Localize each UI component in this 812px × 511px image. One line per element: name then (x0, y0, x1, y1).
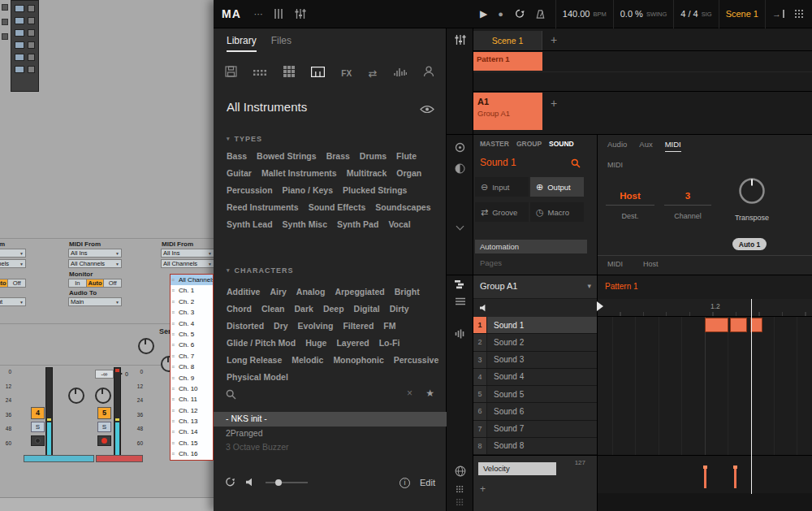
character-filter-tag[interactable]: Clean (261, 305, 285, 314)
add-control-lane-button[interactable]: + (480, 483, 486, 495)
character-filter-tag[interactable]: Analog (296, 288, 326, 297)
monitor-off[interactable]: Off (104, 279, 122, 288)
sound-name[interactable]: Sound 3 (487, 352, 597, 368)
track5-color-bar[interactable] (96, 455, 143, 462)
sound-row[interactable]: 3 Sound 3 (473, 352, 597, 369)
sound-number[interactable]: 1 (473, 317, 487, 333)
tab-midi[interactable]: MIDI (665, 140, 681, 152)
menu-icon[interactable]: ⋯ (254, 9, 263, 19)
type-filter-tag[interactable]: Synth Lead (227, 220, 273, 229)
channel-menu-item[interactable]: Ch. 14 (171, 427, 213, 437)
pattern-clip[interactable]: Pattern 1 (473, 52, 542, 71)
clip-icon[interactable] (15, 54, 24, 61)
type-filter-tag[interactable]: Organ (396, 169, 421, 178)
mix-view-icon[interactable] (295, 9, 306, 19)
sampler-icon[interactable] (447, 466, 473, 477)
clip-stop-icon[interactable] (28, 17, 35, 24)
midi-channel-select[interactable]: All Channels▼ (0, 259, 26, 268)
type-filter-tag[interactable]: Vocal (388, 220, 410, 229)
clip-icon[interactable] (15, 41, 24, 49)
slider-handle[interactable] (275, 479, 282, 486)
type-filter-tag[interactable]: Piano / Keys (283, 186, 333, 195)
sound-row[interactable]: 1 Sound 1 (473, 317, 597, 334)
instruments-icon[interactable] (311, 66, 325, 80)
samples-icon[interactable] (394, 66, 407, 80)
character-filter-tag[interactable]: Dirty (390, 305, 409, 314)
monitor-switch[interactable]: InAutoOff (0, 279, 26, 288)
character-filter-tag[interactable]: Long Release (227, 356, 282, 365)
pages-label[interactable]: Pages (480, 258, 502, 267)
clear-search-icon[interactable]: × (407, 388, 412, 399)
types-section-header[interactable]: ▾ TYPES (227, 135, 262, 143)
midi-input-select[interactable]: All Ins▼ (0, 249, 26, 258)
sound-number[interactable]: 6 (473, 403, 487, 419)
type-filter-tag[interactable]: Soundscapes (375, 203, 430, 212)
sounds-icon[interactable] (283, 66, 295, 80)
time-signature-value[interactable]: 4 / 4 (680, 9, 698, 19)
volume-display[interactable]: -∞ (95, 370, 114, 379)
character-filter-tag[interactable]: Airy (270, 288, 286, 297)
channel-menu-item[interactable]: Ch. 4 (171, 318, 213, 329)
clip-slot-row[interactable] (15, 29, 35, 37)
monitor-auto[interactable]: Auto (0, 279, 8, 288)
clip-slot-row[interactable] (15, 41, 35, 49)
character-filter-tag[interactable]: Additive (227, 288, 260, 297)
loop-start-marker[interactable] (597, 301, 603, 311)
clip-icon[interactable] (15, 66, 24, 73)
step-grid-icon[interactable] (795, 10, 804, 19)
auto-badge[interactable]: Auto 1 (732, 238, 767, 250)
loops-icon[interactable]: ⇄ (368, 67, 377, 80)
keyboard-mode-icon[interactable] (447, 498, 473, 507)
scene-tab[interactable]: Scene 1 (473, 31, 542, 50)
character-filter-tag[interactable]: Huge (305, 339, 326, 348)
sound-number[interactable]: 8 (473, 438, 487, 454)
channel-menu-item[interactable]: Ch. 10 (171, 383, 213, 394)
clip-icon[interactable] (15, 17, 24, 24)
type-filter-tag[interactable]: Percussion (227, 186, 273, 195)
type-filter-tag[interactable]: Mallet Instruments (261, 169, 337, 178)
editor-pattern-name[interactable]: Pattern 1 (605, 282, 638, 291)
tab-sound[interactable]: SOUND (549, 140, 574, 148)
loop-button[interactable] (514, 9, 525, 19)
collapse-icon[interactable]: ▾ (227, 267, 230, 274)
type-filter-tag[interactable]: Bass (227, 152, 247, 161)
channel-menu-item[interactable]: Ch. 2 (171, 297, 213, 307)
type-filter-tag[interactable]: Synth Misc (283, 220, 327, 229)
type-filter-tag[interactable]: Guitar (227, 169, 252, 178)
character-filter-tag[interactable]: Layered (336, 339, 369, 348)
transpose-knob[interactable] (737, 176, 767, 206)
input-button[interactable]: ⊖Input (475, 177, 529, 197)
monitor-auto[interactable]: Auto (87, 279, 105, 288)
track-activator-5[interactable]: 5 (97, 407, 111, 419)
metronome-button[interactable] (536, 10, 545, 19)
note-grid[interactable] (597, 317, 812, 455)
pattern-editor-icon[interactable] (447, 279, 473, 289)
user-content-icon[interactable] (423, 66, 434, 80)
tab-audio[interactable]: Audio (607, 140, 627, 152)
sound-name[interactable]: Sound 6 (487, 403, 597, 419)
tab-files[interactable]: Files (271, 35, 292, 52)
prehear-volume-slider[interactable] (266, 482, 308, 483)
mixer-view-icon[interactable] (447, 35, 473, 45)
channel-menu-item[interactable]: Ch. 1 (171, 285, 213, 296)
play-button[interactable]: ▶ (480, 8, 487, 19)
clip-stop-icon[interactable] (28, 41, 35, 49)
maschine-logo[interactable]: MA (222, 7, 241, 20)
character-filter-tag[interactable]: Distorted (227, 322, 264, 331)
result-item[interactable]: 2Pranged (214, 427, 447, 441)
monitor-off[interactable]: Off (8, 279, 26, 288)
solo-button-track5[interactable]: S (97, 422, 111, 432)
swing-value[interactable]: 0.0 % (620, 9, 643, 19)
clip-slot-row[interactable] (15, 66, 35, 73)
sound-name[interactable]: Sound 7 (487, 421, 597, 437)
type-filter-tag[interactable]: Multitrack (347, 169, 387, 178)
type-filter-tag[interactable]: Synth Pad (337, 220, 378, 229)
clip-stop-icon[interactable] (2, 4, 8, 11)
clip-icon[interactable] (15, 29, 24, 37)
character-filter-tag[interactable]: Dark (295, 305, 313, 314)
collapse-icon[interactable]: ▾ (227, 136, 230, 142)
midi-channel-select[interactable]: All Channels▼ (68, 259, 122, 268)
content-visibility-icon[interactable] (420, 102, 434, 117)
character-filter-tag[interactable]: Dry (274, 322, 288, 331)
prehear-icon[interactable] (245, 475, 256, 490)
